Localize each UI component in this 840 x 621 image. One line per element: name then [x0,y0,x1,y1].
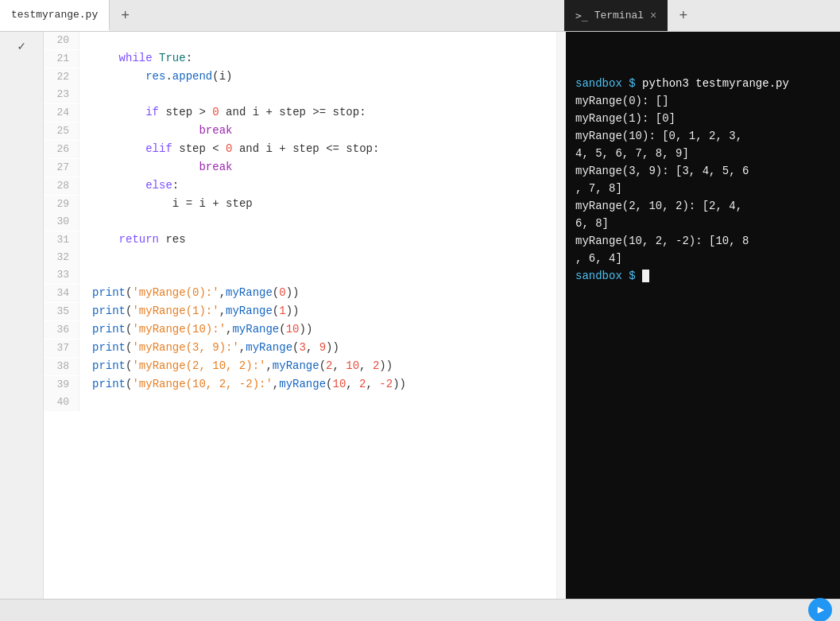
line-code: print('myRange(1):',myRange(1)) [79,302,299,320]
line-number: 29 [44,196,79,213]
code-line: 37print('myRange(3, 9):',myRange(3, 9)) [44,339,556,357]
code-line: 40 [44,394,556,411]
terminal-output-line: myRange(10, 2, -2): [10, 8 [575,232,830,250]
code-line: 25 break [44,122,556,140]
code-line: 24 if step > 0 and i + step >= stop: [44,103,556,122]
run-button[interactable]: ▶ [808,598,832,622]
terminal-prompt: sandbox $ [575,77,636,90]
terminal-final-prompt-line: sandbox $ [575,267,830,285]
editor-tab-label: testmyrange.py [11,9,98,21]
terminal-cursor [642,270,649,282]
line-code: print('myRange(0):',myRange(0)) [79,284,299,301]
line-number: 34 [44,285,79,302]
line-number: 23 [44,86,79,103]
code-line: 27 break [44,158,556,177]
code-line: 34print('myRange(0):',myRange(0)) [44,284,556,302]
line-number: 28 [44,177,79,195]
line-code: print('myRange(2, 10, 2):',myRange(2, 10… [79,357,393,375]
terminal-tab-label: Terminal [594,10,644,21]
line-number: 30 [44,213,79,231]
terminal-output-line: myRange(2, 10, 2): [2, 4, [575,197,830,215]
run-icon: ▶ [818,603,824,616]
terminal-command-line: sandbox $ python3 testmyrange.py [575,75,830,92]
code-line: 20 [44,32,556,49]
line-number: 26 [44,141,79,158]
code-area[interactable]: 2021 while True:22 res.append(i)2324 if … [44,32,556,599]
code-line: 32 [44,249,556,266]
code-line: 31 return res [44,231,556,249]
line-code: elif step < 0 and i + step <= stop: [79,140,379,157]
terminal-pane: sandbox $ python3 testmyrange.pymyRange(… [566,32,840,599]
line-number: 40 [44,394,79,411]
sidebar-collapse-button[interactable]: ✓ [14,35,29,57]
code-line: 33 [44,266,556,284]
line-number: 31 [44,231,79,249]
line-code: else: [79,177,179,194]
code-line: 35print('myRange(1):',myRange(1)) [44,302,556,320]
code-line: 38print('myRange(2, 10, 2):',myRange(2, … [44,357,556,375]
terminal-content[interactable]: sandbox $ python3 testmyrange.pymyRange(… [566,32,840,599]
terminal-output-line: myRange(1): [0] [575,110,830,127]
line-number: 21 [44,50,79,68]
terminal-output-line: myRange(3, 9): [3, 4, 5, 6 [575,162,830,180]
code-line: 29 i = i + step [44,195,556,213]
line-number: 22 [44,68,79,86]
line-number: 32 [44,249,79,266]
line-code: while True: [79,49,192,67]
code-line: 26 elif step < 0 and i + step <= stop: [44,140,556,158]
terminal-tab-add-button[interactable]: + [668,0,699,31]
code-line: 28 else: [44,177,556,195]
line-number: 36 [44,321,79,339]
terminal-icon: >_ [575,10,588,21]
code-line: 39print('myRange(10, 2, -2):',myRange(10… [44,375,556,394]
terminal-output-line: , 7, 8] [575,180,830,197]
terminal-tab-area: >_ Terminal × + [564,0,840,31]
line-code: break [79,122,232,139]
terminal-output-line: 6, 8] [575,215,830,232]
terminal-output-line: myRange(0): [] [575,92,830,110]
scroll-divider [556,32,566,599]
line-number: 38 [44,358,79,375]
sidebar: ✓ [0,32,44,599]
line-code: print('myRange(3, 9):',myRange(3, 9)) [79,339,339,356]
bottom-bar: ▶ [0,599,840,621]
terminal-tab-close-button[interactable]: × [650,10,656,22]
line-code: print('myRange(10, 2, -2):',myRange(10, … [79,375,406,393]
terminal-tab[interactable]: >_ Terminal × [564,0,668,31]
line-number: 33 [44,266,79,284]
line-code: print('myRange(10):',myRange(10)) [79,320,312,338]
terminal-command: python3 testmyrange.py [642,77,789,90]
line-code: i = i + step [79,195,253,212]
line-code: if step > 0 and i + step >= stop: [79,103,366,121]
main-content: ✓ 2021 while True:22 res.append(i)2324 i… [0,32,840,599]
line-number: 20 [44,32,79,49]
line-number: 27 [44,159,79,177]
code-line: 22 res.append(i) [44,68,556,86]
line-code: return res [79,231,186,248]
line-number: 37 [44,340,79,357]
editor-pane[interactable]: 2021 while True:22 res.append(i)2324 if … [44,32,556,599]
line-number: 24 [44,104,79,122]
terminal-output-line: myRange(10): [0, 1, 2, 3, [575,127,830,145]
tab-bar: testmyrange.py + >_ Terminal × + [0,0,840,32]
line-number: 39 [44,376,79,394]
line-code: res.append(i) [79,68,232,85]
editor-tab-add-button[interactable]: + [110,0,141,31]
code-line: 23 [44,86,556,103]
code-line: 30 [44,213,556,231]
line-code: break [79,158,232,176]
terminal-output-line: , 6, 4] [575,250,830,267]
code-line: 21 while True: [44,49,556,68]
editor-tab[interactable]: testmyrange.py [0,0,110,31]
terminal-output-line: 4, 5, 6, 7, 8, 9] [575,145,830,162]
line-number: 35 [44,303,79,320]
editor-tab-area: testmyrange.py + [0,0,564,31]
terminal-final-prompt: sandbox $ [575,270,636,282]
code-line: 36print('myRange(10):',myRange(10)) [44,320,556,339]
line-number: 25 [44,122,79,140]
